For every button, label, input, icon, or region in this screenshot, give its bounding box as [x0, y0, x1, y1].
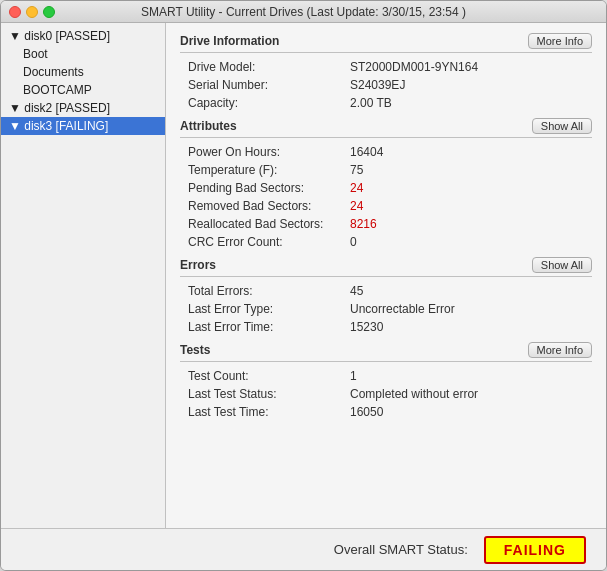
- info-value: 16404: [350, 145, 383, 159]
- main-window: SMART Utility - Current Drives (Last Upd…: [0, 0, 607, 571]
- info-row: Removed Bad Sectors:24: [180, 197, 592, 215]
- info-label: Last Error Type:: [180, 302, 350, 316]
- info-value: 24: [350, 181, 363, 195]
- info-value: Uncorrectable Error: [350, 302, 455, 316]
- info-value: 1: [350, 369, 357, 383]
- info-label: Last Error Time:: [180, 320, 350, 334]
- tests-header: Tests More Info: [180, 342, 592, 362]
- drive-info-section: Drive Information More Info Drive Model:…: [180, 33, 592, 112]
- errors-title: Errors: [180, 258, 216, 272]
- info-label: CRC Error Count:: [180, 235, 350, 249]
- info-label: Reallocated Bad Sectors:: [180, 217, 350, 231]
- sidebar-item-boot[interactable]: Boot: [1, 45, 165, 63]
- info-label: Last Test Time:: [180, 405, 350, 419]
- info-row: Last Test Status:Completed without error: [180, 385, 592, 403]
- window-controls: [9, 6, 55, 18]
- info-row: Power On Hours:16404: [180, 143, 592, 161]
- info-value: S24039EJ: [350, 78, 405, 92]
- info-value: 45: [350, 284, 363, 298]
- info-row: CRC Error Count:0: [180, 233, 592, 251]
- info-row: Pending Bad Sectors:24: [180, 179, 592, 197]
- info-value: 2.00 TB: [350, 96, 392, 110]
- close-button[interactable]: [9, 6, 21, 18]
- errors-section: Errors Show All Total Errors:45Last Erro…: [180, 257, 592, 336]
- right-panel: Drive Information More Info Drive Model:…: [166, 23, 606, 528]
- minimize-button[interactable]: [26, 6, 38, 18]
- info-value: 16050: [350, 405, 383, 419]
- info-value: 15230: [350, 320, 383, 334]
- attributes-title: Attributes: [180, 119, 237, 133]
- info-row: Reallocated Bad Sectors:8216: [180, 215, 592, 233]
- overall-status-label: Overall SMART Status:: [334, 542, 468, 557]
- sidebar-item-disk0[interactable]: ▼ disk0 [PASSED]: [1, 27, 165, 45]
- info-label: Pending Bad Sectors:: [180, 181, 350, 195]
- tests-title: Tests: [180, 343, 210, 357]
- info-row: Last Test Time:16050: [180, 403, 592, 421]
- info-row: Total Errors:45: [180, 282, 592, 300]
- info-row: Last Error Type:Uncorrectable Error: [180, 300, 592, 318]
- info-label: Test Count:: [180, 369, 350, 383]
- errors-rows: Total Errors:45Last Error Type:Uncorrect…: [180, 282, 592, 336]
- info-label: Capacity:: [180, 96, 350, 110]
- info-value: ST2000DM001-9YN164: [350, 60, 478, 74]
- sidebar-item-disk2[interactable]: ▼ disk2 [PASSED]: [1, 99, 165, 117]
- sidebar-item-documents[interactable]: Documents: [1, 63, 165, 81]
- info-value: 24: [350, 199, 363, 213]
- attributes-section: Attributes Show All Power On Hours:16404…: [180, 118, 592, 251]
- info-row: Last Error Time:15230: [180, 318, 592, 336]
- tests-rows: Test Count:1Last Test Status:Completed w…: [180, 367, 592, 421]
- info-value: 0: [350, 235, 357, 249]
- info-value: 75: [350, 163, 363, 177]
- maximize-button[interactable]: [43, 6, 55, 18]
- info-value: 8216: [350, 217, 377, 231]
- footer: Overall SMART Status: FAILING: [1, 528, 606, 570]
- attributes-header: Attributes Show All: [180, 118, 592, 138]
- drive-info-rows: Drive Model:ST2000DM001-9YN164Serial Num…: [180, 58, 592, 112]
- show-all-button-attributes[interactable]: Show All: [532, 118, 592, 134]
- window-title: SMART Utility - Current Drives (Last Upd…: [141, 5, 466, 19]
- tests-section: Tests More Info Test Count:1Last Test St…: [180, 342, 592, 421]
- show-all-button-errors[interactable]: Show All: [532, 257, 592, 273]
- info-row: Test Count:1: [180, 367, 592, 385]
- info-label: Total Errors:: [180, 284, 350, 298]
- info-label: Power On Hours:: [180, 145, 350, 159]
- info-row: Temperature (F):75: [180, 161, 592, 179]
- info-value: Completed without error: [350, 387, 478, 401]
- info-label: Drive Model:: [180, 60, 350, 74]
- titlebar: SMART Utility - Current Drives (Last Upd…: [1, 1, 606, 23]
- attributes-rows: Power On Hours:16404Temperature (F):75Pe…: [180, 143, 592, 251]
- info-row: Serial Number:S24039EJ: [180, 76, 592, 94]
- drive-info-title: Drive Information: [180, 34, 279, 48]
- sidebar-item-bootcamp[interactable]: BOOTCAMP: [1, 81, 165, 99]
- sidebar-item-disk3[interactable]: ▼ disk3 [FAILING]: [1, 117, 165, 135]
- more-info-button-tests[interactable]: More Info: [528, 342, 592, 358]
- info-label: Removed Bad Sectors:: [180, 199, 350, 213]
- content-area: ▼ disk0 [PASSED]BootDocumentsBOOTCAMP▼ d…: [1, 23, 606, 528]
- failing-badge: FAILING: [484, 536, 586, 564]
- info-label: Last Test Status:: [180, 387, 350, 401]
- drive-info-header: Drive Information More Info: [180, 33, 592, 53]
- errors-header: Errors Show All: [180, 257, 592, 277]
- info-label: Serial Number:: [180, 78, 350, 92]
- info-label: Temperature (F):: [180, 163, 350, 177]
- info-row: Drive Model:ST2000DM001-9YN164: [180, 58, 592, 76]
- sidebar: ▼ disk0 [PASSED]BootDocumentsBOOTCAMP▼ d…: [1, 23, 166, 528]
- more-info-button-drive[interactable]: More Info: [528, 33, 592, 49]
- info-row: Capacity:2.00 TB: [180, 94, 592, 112]
